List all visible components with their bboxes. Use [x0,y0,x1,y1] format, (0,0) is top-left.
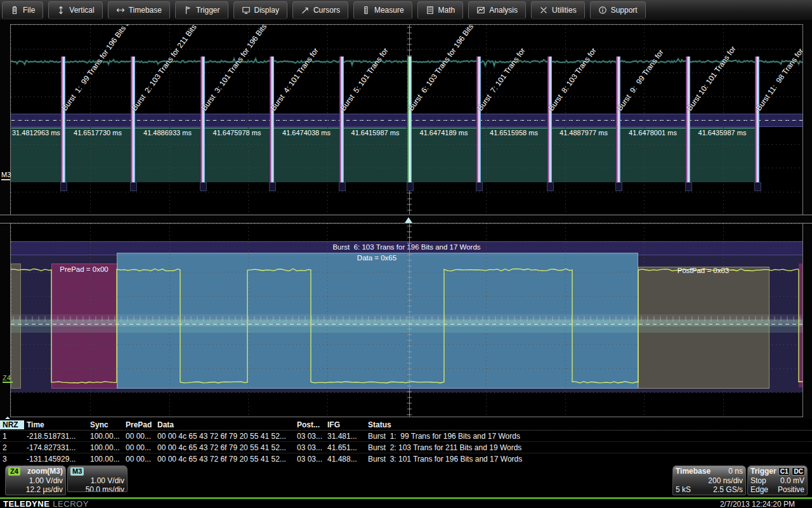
menu-item-label: Support [611,6,638,15]
prepad-label: PrePad = 0x00 [60,265,108,273]
menu-item-math[interactable]: Math [417,1,464,19]
table-cell: 03 03... [294,432,325,441]
tools-icon [539,6,548,15]
vertical-arrows-icon [56,6,65,15]
table-header-nrz[interactable]: NRZ [0,420,24,429]
burst-marker-handle[interactable] [615,182,622,191]
file-icon [10,6,19,15]
table-cell: 03 03... [294,443,325,452]
timebase-samples: 5 kS [676,485,691,494]
table-header-ifg[interactable]: IFG [325,420,365,429]
table-cell: 1 [0,432,24,441]
zoom-waveform-grid[interactable]: Burst 6: 103 Trans for 196 Bits and 17 W… [10,224,803,417]
burst-marker[interactable] [61,57,65,190]
menu-item-label: Trigger [196,6,220,15]
table-header-time[interactable]: Time [24,420,88,429]
info-icon [598,6,607,15]
z4-title: zoom(M3) [27,467,63,476]
trigger-mode: Stop [750,476,766,485]
menu-item-label: Timebase [129,6,162,15]
gap-time-label: 41.6474038 ms [282,129,331,137]
descriptor-panel: Z4 zoom(M3) 1.00 V/div 12.2 µs/div M3 1.… [0,462,812,497]
calculator-icon [426,6,435,15]
z4-tdiv: 12.2 µs/div [26,485,63,494]
menu-item-trigger[interactable]: Trigger [175,1,228,19]
menu-item-measure[interactable]: Measure [353,1,412,19]
trigger-tile[interactable]: Trigger C1 DC Stop 0.0 mV Edge Positive [747,465,808,495]
burst-marker[interactable] [407,57,412,190]
m3-trace-tick [1,179,10,180]
m3-badge: M3 [70,467,84,476]
menu-item-label: Analysis [489,6,518,15]
table-header-data[interactable]: Data [155,420,294,429]
menu-item-label: File [23,6,35,15]
gap-time-label: 41.6415987 ms [351,129,400,137]
burst-marker-handle[interactable] [60,182,67,191]
menu-item-label: Measure [374,6,404,15]
table-cell: -218.518731... [24,432,88,441]
menu-item-label: Cursors [313,6,340,15]
menu-item-cursors[interactable]: Cursors [292,1,348,19]
menu-item-analysis[interactable]: Analysis [468,1,526,19]
ruler-icon [362,6,370,15]
table-header-status[interactable]: Status [365,420,792,429]
menu-item-utilities[interactable]: Utilities [531,1,585,19]
monitor-icon [242,6,251,15]
m3-vdiv: 1.00 V/div [91,476,124,485]
table-row[interactable]: 1-218.518731...100.00...00 00...00 00 4c… [0,431,812,442]
menu-item-display[interactable]: Display [233,1,287,19]
menu-item-timebase[interactable]: Timebase [108,1,170,19]
table-cell: 00 00... [123,443,155,452]
burst-marker-handle[interactable] [754,182,761,191]
burst-marker-handle[interactable] [269,182,276,191]
menu-bar: FileVerticalTimebaseTriggerDisplayCursor… [0,0,812,21]
burst-marker[interactable] [616,57,620,190]
burst-marker[interactable] [686,57,690,190]
decode-result-table: ▲ ▼ NRZTimeSyncPrePadDataPost...IFGStatu… [0,419,812,462]
burst-marker[interactable] [339,57,344,190]
table-row[interactable]: 2-174.827331...100.00...00 00...00 00 4c… [0,442,812,453]
burst-marker[interactable] [131,57,135,190]
burst-marker[interactable] [200,57,205,190]
burst-marker-handle[interactable] [130,182,137,191]
menu-item-file[interactable]: File [2,1,43,19]
burst-marker-handle[interactable] [547,182,554,191]
brand-teledyne: TELEDYNE [3,499,49,508]
trigger-coupling-badge: DC [792,467,804,476]
burst-marker[interactable] [547,57,552,190]
timebase-rate: 2.5 GS/s [713,485,743,494]
timebase-tile[interactable]: Timebase 0 ns 200 ns/div 5 kS 2.5 GS/s [672,465,746,495]
table-header-sync[interactable]: Sync [88,420,123,429]
burst-marker-handle[interactable] [407,182,414,191]
burst-marker-handle[interactable] [200,182,207,191]
menu-item-label: Display [254,6,279,15]
z4-descriptor-tile[interactable]: Z4 zoom(M3) 1.00 V/div 12.2 µs/div [5,465,66,495]
burst-marker-handle[interactable] [476,182,483,191]
burst-marker[interactable] [755,57,759,190]
menu-item-support[interactable]: Support [590,1,646,19]
gap-time-label: 41.4886933 ms [143,129,192,137]
main-waveform-grid[interactable]: 31.4812963 ms41.6517730 ms41.4886933 ms4… [10,24,803,215]
datetime-label: 2/7/2013 12:24:20 PM [720,500,795,508]
burst-marker[interactable] [270,57,274,190]
table-header-post[interactable]: Post... [294,420,325,429]
m3-descriptor-tile[interactable]: M3 1.00 V/div 50.0 ms/div [67,465,128,492]
gap-time-label: 41.6474189 ms [420,129,468,137]
table-cell: Burst 2: 103 Trans for 211 Bits and 19 W… [365,443,792,452]
pointer-icon [301,6,310,15]
table-header-row: NRZTimeSyncPrePadDataPost...IFGStatus [0,419,812,431]
trigger-position-marker[interactable] [405,217,412,223]
trigger-source-badge: C1 [778,467,790,476]
burst-marker[interactable] [476,57,481,190]
z4-trace-tick [3,382,13,383]
gap-time-label: 41.6435987 ms [698,129,747,137]
table-cell: 100.00... [88,443,123,452]
burst-marker-handle[interactable] [339,182,346,191]
burst-marker-handle[interactable] [685,182,692,191]
trigger-type: Edge [750,485,768,494]
table-cell: 41.651... [325,443,365,452]
menu-item-vertical[interactable]: Vertical [48,1,102,19]
table-header-prepad[interactable]: PrePad [123,420,155,429]
trigger-title: Trigger [750,467,776,476]
z4-badge: Z4 [8,467,20,476]
